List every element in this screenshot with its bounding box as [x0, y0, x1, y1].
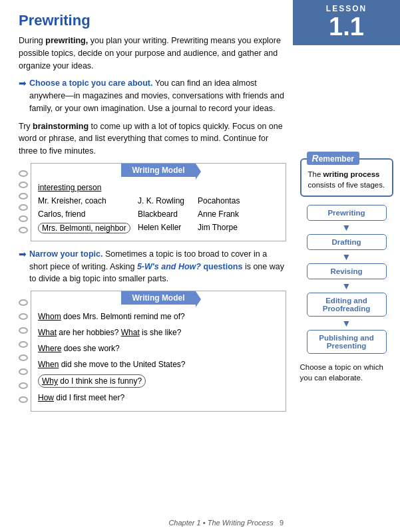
flow-publishing: Publishing andPresenting — [307, 330, 387, 354]
wm-question-word: Whom — [38, 312, 61, 321]
writing-model-box-1: Writing Model interesting person Mr. Kre… — [31, 163, 286, 241]
ring — [19, 170, 28, 177]
wm-header-wrap: Writing Model — [37, 164, 280, 177]
wm-header-row: interesting person — [37, 181, 280, 194]
remember-label-rest: emember — [319, 154, 354, 164]
process-flow: Prewriting ▼ Drafting ▼ Revising ▼ Editi… — [300, 203, 393, 355]
lesson-label: LESSON — [293, 4, 400, 13]
table-row: Mr. Kreisher, coach J. K. Rowling Pocaho… — [37, 194, 280, 207]
flow-drafting: Drafting — [307, 234, 387, 250]
ring — [19, 204, 28, 211]
footer: Chapter 1 • The Writing Process 9 — [168, 519, 284, 527]
wm-line-item: How did I first meet her? — [37, 390, 280, 406]
spiral-1 — [19, 163, 31, 241]
wm-question-word: How — [38, 393, 54, 402]
flow-arrow-3: ▼ — [342, 281, 351, 291]
narrow-topic-text: Narrow your topic. Sometimes a topic is … — [29, 248, 286, 285]
arrow-bullet-icon: ➡ — [19, 78, 27, 88]
r-letter: R — [312, 153, 319, 164]
lesson-header: LESSON 1.1 — [293, 0, 400, 45]
sidebar-note: Choose a topic on which you can elaborat… — [300, 362, 393, 383]
spiral-2 — [19, 291, 31, 412]
ring — [19, 396, 28, 403]
ring — [19, 368, 28, 375]
wm-cell: Mr. Kreisher, coach — [38, 196, 138, 205]
wm-header-wrap-2: Writing Model — [37, 291, 280, 305]
wm-cell: Helen Keller — [138, 223, 198, 233]
flow-editing: Editing andProofreading — [307, 293, 387, 317]
table-row: Mrs. Belmonti, neighbor Helen Keller Jim… — [37, 221, 280, 235]
writing-model-1: Writing Model interesting person Mr. Kre… — [19, 163, 286, 241]
wm-cell: Blackbeard — [138, 209, 198, 219]
wm-question-word: Why — [42, 376, 58, 386]
flow-arrow-4: ▼ — [342, 319, 351, 328]
choose-topic-text: Choose a topic you care about. You can f… — [29, 77, 286, 114]
flow-arrow-1: ▼ — [342, 223, 351, 232]
footer-chapter: Chapter 1 • The Writing Process — [168, 519, 273, 527]
brainstorm-paragraph: Try brainstorming to come up with a lot … — [19, 120, 286, 158]
wm-col-header: interesting person — [38, 183, 101, 192]
arrow-bullet-icon-2: ➡ — [19, 249, 27, 259]
ring — [19, 313, 28, 320]
flow-revising: Revising — [307, 263, 387, 279]
narrow-topic-item: ➡ Narrow your topic. Sometimes a topic i… — [19, 248, 286, 285]
wm-header: Writing Model — [121, 164, 195, 177]
wm-line-item: Why do I think she is funny? — [37, 372, 280, 390]
choose-topic-item: ➡ Choose a topic you care about. You can… — [19, 77, 286, 114]
table-row: Carlos, friend Blackbeard Anne Frank — [37, 207, 280, 221]
wm-cell: Mrs. Belmonti, neighbor — [38, 223, 138, 233]
ring — [19, 227, 28, 233]
intro-paragraph: During prewriting, you plan your writing… — [19, 35, 286, 72]
writing-model-2: Writing Model Whom does Mrs. Belmonti re… — [19, 291, 286, 412]
wm-question-word: Where — [38, 344, 61, 353]
remember-text: The writing process consists of five sta… — [308, 169, 385, 190]
wm-cell: J. K. Rowling — [138, 196, 198, 205]
ring — [19, 215, 28, 222]
ring — [19, 182, 28, 188]
sidebar: LESSON 1.1 Remember The writing process … — [293, 0, 400, 532]
ring — [19, 341, 28, 348]
wm-cell: Carlos, friend — [38, 209, 138, 219]
wm-question-word: What — [38, 328, 57, 337]
ring — [19, 193, 28, 200]
wm-line-item: Whom does Mrs. Belmonti remind me of? — [37, 309, 280, 325]
wm-line-item: Where does she work? — [37, 340, 280, 356]
ring — [19, 299, 28, 306]
flow-prewriting: Prewriting — [307, 205, 387, 221]
wm-cell: Jim Thorpe — [198, 223, 279, 233]
flow-arrow-2: ▼ — [342, 252, 351, 261]
ring — [19, 382, 28, 389]
remember-title: Remember — [307, 152, 360, 165]
footer-page: 9 — [280, 519, 284, 527]
ring — [19, 354, 28, 361]
wm-header-2: Writing Model — [121, 291, 195, 305]
wm-line-item: What are her hobbies? What is she like? — [37, 325, 280, 340]
lesson-number: 1.1 — [293, 13, 400, 44]
remember-box: Remember The writing process consists of… — [300, 158, 393, 197]
wm-cell: Anne Frank — [198, 209, 279, 219]
page-title: Prewriting — [19, 12, 286, 29]
wm-cell: Pocahontas — [198, 196, 279, 205]
writing-model-box-2: Writing Model Whom does Mrs. Belmonti re… — [31, 291, 286, 412]
ring — [19, 327, 28, 334]
main-content: Prewriting During prewriting, you plan y… — [0, 0, 293, 532]
wm-line-item: When did she move to the United States? — [37, 356, 280, 372]
wm-question-word: What — [121, 328, 140, 337]
wm-question-word: When — [38, 360, 59, 369]
